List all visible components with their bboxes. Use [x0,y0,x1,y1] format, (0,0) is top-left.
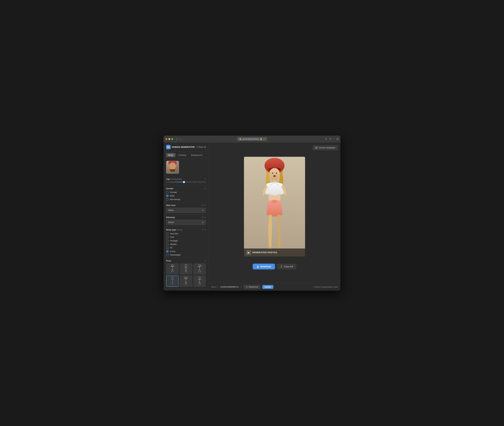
pose-item-6[interactable] [193,276,206,287]
randomize-icon [246,286,248,288]
body-very-thin-radio[interactable] [166,232,169,235]
pose-item-1[interactable] [166,263,179,275]
body-athletic-radio[interactable] [166,243,169,246]
ethnicity-chevron[interactable]: ∧ [204,216,206,218]
copy-link-button[interactable]: Copy link [277,264,297,270]
age-value: Young adult [171,178,182,180]
body-athletic[interactable]: Athletic [166,243,206,246]
body-average-radio[interactable] [166,240,169,242]
body-type-clear-icon[interactable]: ✕ [202,228,203,231]
skin-tone-clear-icon[interactable]: ✕ [202,204,203,206]
body-thin-radio[interactable] [166,236,169,239]
download-icon[interactable]: ⬇ [325,137,327,141]
seed-bar: Seed ⓘ 1284642860889119 ⎘ Randomize Upda… [209,283,340,291]
ethnicity-actions: ✕ ∧ [202,216,206,218]
skin-tone-chevron[interactable]: ∧ [204,204,206,206]
tab-background[interactable]: Background [189,153,204,157]
back-icon[interactable]: ‹ [182,138,183,140]
avatar-image [166,161,179,173]
age-slider-thumb[interactable] [183,181,185,183]
skin-tone-value: White [168,209,173,212]
fullscreen-button[interactable] [171,138,173,140]
tab-body[interactable]: Body [166,153,175,157]
gender-male[interactable]: Male [166,195,206,197]
body-fit[interactable]: Fit [166,247,206,249]
skin-tone-label: Skin tone [166,204,176,206]
pose-item-4[interactable] [166,276,179,287]
seed-info-icon: ⓘ [216,286,218,288]
svg-point-46 [276,173,277,174]
templates-grid-icon [315,146,318,149]
svg-point-30 [199,277,200,279]
svg-line-32 [198,279,200,280]
svg-line-5 [173,269,173,272]
watermark: ▶ GENERATED PHOTOS [244,248,305,256]
tab-clothing[interactable]: Clothing [176,153,188,157]
add-something-clear-icon[interactable]: ✕ [202,290,203,291]
svg-line-35 [200,281,200,284]
skin-tone-dropdown[interactable]: White ∨ [166,208,206,213]
window-icons: ⊡ ∨ ‹ [176,138,183,140]
gender-radio-group: Female Male Non-binary [166,191,206,201]
pose-item-5[interactable] [180,276,192,287]
ethnicity-dropdown[interactable]: British ∨ [166,220,206,225]
body-average[interactable]: Average [166,240,206,242]
add-something-chevron[interactable]: ∧ [204,290,206,291]
svg-line-10 [185,269,186,272]
gender-chevron[interactable]: ∧ [204,187,206,190]
app-body: HG HUMAN GENERATOR ↺ Reset all Body Clot… [164,142,340,291]
svg-point-45 [272,173,273,174]
gender-male-radio[interactable] [166,195,169,197]
body-overweight-radio[interactable] [166,254,169,256]
more-icon[interactable]: ··· [263,138,265,140]
ethnicity-clear-icon[interactable]: ✕ [202,216,203,218]
svg-line-23 [173,281,173,284]
gender-nonbinary-radio[interactable] [166,198,169,201]
person-svg [244,157,305,256]
body-curvy-radio[interactable] [166,250,169,253]
share-icon[interactable]: ⬆ [329,137,331,141]
avatar[interactable] [166,161,179,174]
pose-item-3[interactable] [193,263,206,275]
url-text: generated.photos [242,138,259,140]
skin-tone-header: Skin tone ✕ ∧ [166,204,206,206]
human-templates-button[interactable]: Human templates [312,145,338,150]
seed-label: Seed ⓘ [211,286,218,288]
age-chevron[interactable]: ∧ [204,178,206,180]
sidebar-header: HG HUMAN GENERATOR ↺ Reset all [164,142,208,152]
body-very-thin[interactable]: Very thin [166,232,206,235]
new-tab-icon[interactable]: + [333,137,334,141]
svg-point-18 [172,277,173,279]
minimize-button[interactable] [168,138,170,140]
age-header: Age Young adult ∧ [166,178,206,180]
sidebar-toggle-icon[interactable]: ⊡ [176,138,178,140]
update-button[interactable]: Update [262,285,273,289]
chevron-down-icon[interactable]: ∨ [179,138,181,140]
body-thin[interactable]: Thin [166,236,206,239]
seed-copy-icon[interactable]: ⎘ [241,286,242,288]
download-label: Download [260,265,271,268]
pose-item-2[interactable] [180,263,192,275]
pose-chevron[interactable]: ∧ [204,260,206,262]
tab-grid-icon[interactable]: ⊞ [336,137,338,141]
svg-line-20 [171,279,173,280]
gender-female[interactable]: Female [166,191,206,194]
body-curvy-label: Curvy [170,250,175,253]
dropdown-chevron-icon: ∨ [202,209,204,212]
body-curvy[interactable]: Curvy [166,250,206,253]
pose-label: Pose [166,260,171,262]
seed-value: 1284642860889119 [220,286,239,288]
download-button[interactable]: Download [253,264,275,270]
body-type-chevron[interactable]: ∧ [204,228,206,231]
close-button[interactable] [166,138,167,140]
randomize-button[interactable]: Randomize [244,285,261,289]
gender-nonbinary[interactable]: Non-binary [166,198,206,201]
report-button[interactable]: ⚠ Report inappropriate result [313,286,338,288]
body-overweight[interactable]: Overweight [166,254,206,256]
body-fit-radio[interactable] [166,247,169,249]
bottom-actions: Download Copy link [253,264,296,270]
lock-icon: 🔒 [239,138,242,140]
gender-female-radio[interactable] [166,191,169,194]
reset-all-button[interactable]: ↺ Reset all [196,146,206,148]
url-bar[interactable]: 🔒 generated.photos 🔒 ··· [237,137,267,141]
